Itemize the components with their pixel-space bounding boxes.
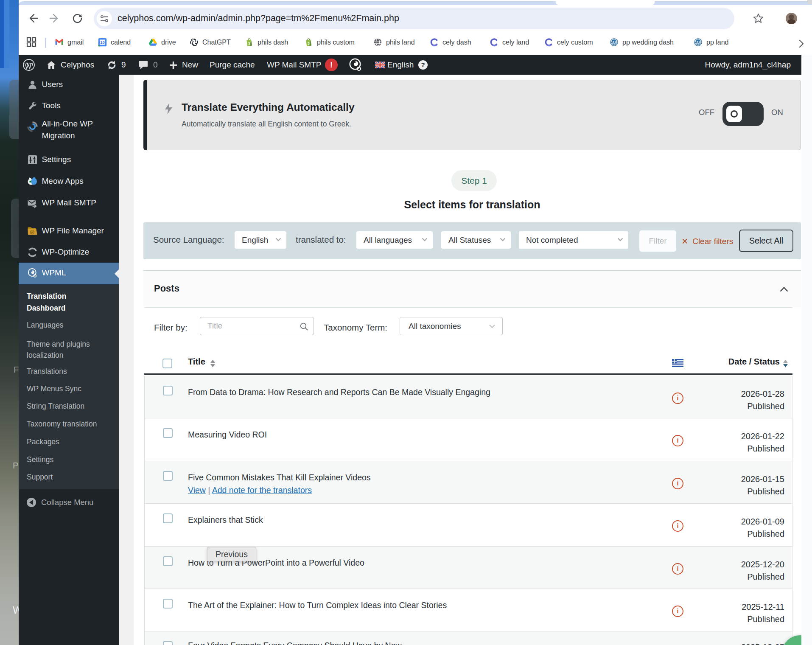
svg-text:10: 10 xyxy=(100,40,105,45)
